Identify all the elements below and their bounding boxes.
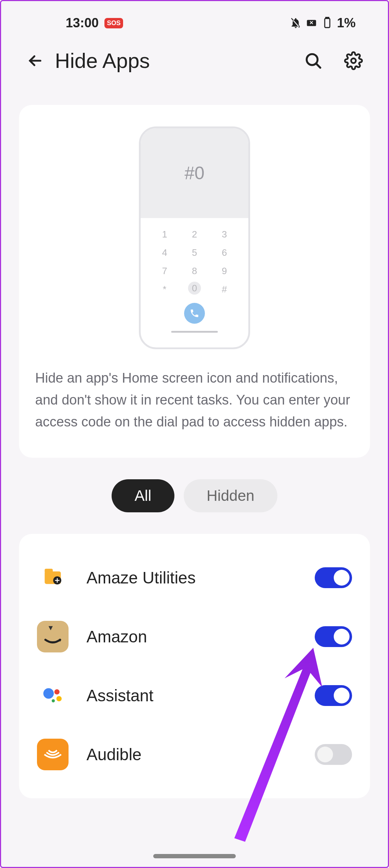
key-7: 7 bbox=[157, 266, 172, 277]
toggle-amazon[interactable] bbox=[315, 626, 352, 647]
battery-icon bbox=[321, 17, 333, 29]
apps-list: Amaze Utilities Amazon Assistant Audible bbox=[19, 534, 370, 798]
info-card: #0 1 2 3 4 5 6 7 8 9 * 0 # Hide an app's… bbox=[19, 105, 370, 458]
page-title: Hide Apps bbox=[55, 49, 282, 73]
filter-tabs: All Hidden bbox=[1, 479, 388, 512]
toggle-amaze[interactable] bbox=[315, 567, 352, 588]
info-text: Hide an app's Home screen icon and notif… bbox=[35, 367, 354, 433]
app-name: Assistant bbox=[86, 686, 297, 705]
settings-button[interactable] bbox=[344, 51, 363, 70]
svg-point-11 bbox=[54, 689, 60, 695]
back-button[interactable] bbox=[26, 52, 44, 70]
app-icon-audible bbox=[37, 739, 69, 770]
svg-rect-2 bbox=[325, 18, 330, 28]
app-row-audible: Audible bbox=[37, 725, 352, 784]
svg-rect-7 bbox=[45, 569, 53, 573]
app-icon-assistant bbox=[37, 680, 69, 711]
key-9: 9 bbox=[217, 266, 232, 277]
app-name: Amaze Utilities bbox=[86, 568, 297, 587]
svg-point-12 bbox=[56, 696, 62, 702]
key-0: 0 bbox=[188, 282, 201, 295]
sos-badge: SOS bbox=[104, 18, 123, 28]
notifications-off-icon bbox=[290, 17, 302, 29]
tab-hidden[interactable]: Hidden bbox=[184, 479, 277, 512]
tab-all[interactable]: All bbox=[112, 479, 174, 512]
dial-display: #0 bbox=[141, 128, 248, 218]
key-6: 6 bbox=[217, 247, 232, 258]
app-row-amaze-utilities: Amaze Utilities bbox=[37, 548, 352, 607]
phone-illustration: #0 1 2 3 4 5 6 7 8 9 * 0 # bbox=[139, 126, 250, 349]
svg-rect-9 bbox=[40, 624, 65, 649]
status-time: 13:00 bbox=[66, 15, 99, 31]
app-row-assistant: Assistant bbox=[37, 666, 352, 725]
call-icon bbox=[184, 303, 205, 324]
toggle-audible[interactable] bbox=[315, 744, 352, 765]
key-3: 3 bbox=[217, 229, 232, 240]
svg-text:✕: ✕ bbox=[309, 20, 314, 26]
key-5: 5 bbox=[187, 247, 202, 258]
key-2: 2 bbox=[187, 229, 202, 240]
key-8: 8 bbox=[187, 266, 202, 277]
battery-saver-icon: ✕ bbox=[305, 17, 318, 29]
app-name: Amazon bbox=[86, 627, 297, 646]
app-name: Audible bbox=[86, 745, 297, 764]
key-1: 1 bbox=[157, 229, 172, 240]
svg-point-5 bbox=[351, 58, 356, 63]
search-button[interactable] bbox=[304, 51, 323, 70]
key-hash: # bbox=[217, 284, 232, 295]
nav-home-indicator[interactable] bbox=[153, 854, 236, 858]
toggle-assistant[interactable] bbox=[315, 685, 352, 706]
app-icon-amazon bbox=[37, 621, 69, 652]
key-star: * bbox=[157, 284, 172, 295]
status-bar: 13:00 SOS ✕ 1% bbox=[1, 1, 388, 38]
dialpad: 1 2 3 4 5 6 7 8 9 * 0 # bbox=[141, 218, 248, 299]
app-row-amazon: Amazon bbox=[37, 607, 352, 666]
svg-rect-3 bbox=[326, 17, 329, 18]
app-icon-amaze bbox=[37, 562, 69, 594]
phone-home-bar bbox=[171, 331, 218, 333]
battery-percent: 1% bbox=[337, 15, 356, 31]
page-header: Hide Apps bbox=[1, 38, 388, 91]
svg-point-10 bbox=[43, 688, 54, 699]
key-4: 4 bbox=[157, 247, 172, 258]
svg-point-13 bbox=[52, 700, 55, 703]
